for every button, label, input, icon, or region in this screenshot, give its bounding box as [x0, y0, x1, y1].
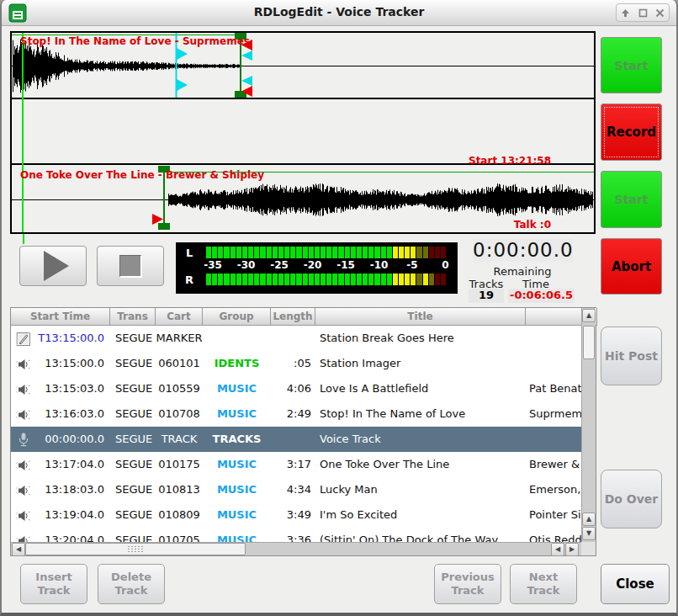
- row-group: MUSIC: [203, 452, 271, 477]
- meter-segment: [441, 247, 446, 258]
- meter-segment: [260, 273, 265, 285]
- meter-segment: [363, 247, 368, 258]
- row-artist: Suprmemes: [526, 401, 582, 427]
- row-artist: [526, 351, 582, 376]
- meter-segment: [273, 247, 278, 258]
- meter-segment: [416, 273, 421, 285]
- meter-segment: [236, 247, 241, 258]
- horizontal-scroll-thumb[interactable]: [25, 543, 246, 555]
- column-header-start-time[interactable]: Start Time: [11, 308, 110, 326]
- meter-segment: [332, 247, 337, 258]
- meter-segment: [435, 247, 440, 258]
- row-length: 3:36: [271, 528, 315, 543]
- column-header-group[interactable]: Group: [203, 308, 271, 326]
- row-cart: 010809: [156, 502, 203, 528]
- insert-track-button[interactable]: InsertTrack: [20, 564, 87, 604]
- maximize-button[interactable]: [634, 4, 652, 21]
- meter-segment: [230, 247, 236, 258]
- meter-segment: [315, 247, 320, 258]
- log-table-row[interactable]: 13:20:04.0 SEGUE 010705 MUSIC 3:36 (Sitt…: [11, 528, 582, 543]
- meter-segment: [326, 273, 331, 285]
- row-transition: SEGUE: [110, 502, 156, 528]
- play-icon: [44, 251, 69, 281]
- next-track-button[interactable]: NextTrack: [510, 564, 577, 604]
- meter-segment: [381, 247, 386, 258]
- row-cart: 010705: [156, 528, 203, 543]
- meter-segment: [218, 273, 223, 285]
- meter-segment: [423, 273, 428, 285]
- stop-button[interactable]: [97, 246, 164, 286]
- meter-segment: [345, 247, 350, 258]
- delete-track-button[interactable]: DeleteTrack: [98, 564, 165, 604]
- row-group: MUSIC: [203, 376, 271, 401]
- row-artist: [526, 427, 582, 452]
- window-controls: [616, 3, 670, 22]
- row-cart: 010708: [156, 401, 203, 427]
- row-start-time: 13:19:04.0: [45, 502, 104, 528]
- column-header-length[interactable]: Length: [271, 308, 315, 326]
- previous-track-button[interactable]: PreviousTrack: [434, 564, 501, 604]
- row-transition: SEGUE: [110, 452, 156, 477]
- column-header-artist[interactable]: [526, 308, 582, 326]
- row-start-time: 13:20:04.0: [45, 528, 104, 543]
- meter-segment: [357, 273, 362, 285]
- meter-segment: [374, 273, 379, 285]
- scroll-right-button[interactable]: ▶: [565, 543, 579, 556]
- abort-button[interactable]: Abort: [601, 238, 662, 295]
- column-header-trans[interactable]: Trans: [110, 308, 156, 326]
- log-table-row[interactable]: 13:16:03.0 SEGUE 010708 MUSIC 2:49 Stop!…: [11, 401, 582, 427]
- row-title: Stop! In The Name of Love: [315, 401, 526, 427]
- meter-tick-label: -25: [262, 259, 296, 271]
- close-window-button[interactable]: [651, 4, 669, 21]
- meter-segment: [290, 247, 295, 258]
- meter-segment: [315, 273, 320, 285]
- log-table-row[interactable]: 13:19:04.0 SEGUE 010809 MUSIC 3:49 I'm S…: [11, 502, 582, 528]
- start-next-button[interactable]: Start: [601, 171, 662, 228]
- scroll-up-button[interactable]: ▲: [582, 309, 596, 322]
- meter-segment: [278, 273, 283, 285]
- waveform-track1: [13, 40, 240, 93]
- do-over-button[interactable]: Do Over: [601, 470, 662, 528]
- shade-button[interactable]: [617, 4, 634, 21]
- play-button[interactable]: [19, 246, 87, 286]
- meter-tick-label: -20: [296, 259, 330, 271]
- meter-segment: [405, 247, 410, 258]
- log-table-row[interactable]: 13:17:04.0 SEGUE 010175 MUSIC 3:17 One T…: [11, 452, 582, 477]
- row-group: MUSIC: [203, 401, 271, 427]
- record-button[interactable]: Record: [601, 104, 662, 161]
- scroll-up-button-bottom[interactable]: ▲: [582, 512, 596, 526]
- meter-segment: [248, 247, 253, 258]
- vertical-scroll-thumb[interactable]: [583, 326, 595, 359]
- titlebar[interactable]: RDLogEdit - Voice Tracker: [2, 0, 676, 26]
- log-table-row[interactable]: 13:15:03.0 SEGUE 010559 MUSIC 4:06 Love …: [11, 376, 582, 401]
- meter-right-bar: [206, 273, 446, 285]
- elapsed-time-display: 0:00:00.0: [473, 239, 573, 262]
- speaker-icon: [16, 356, 31, 371]
- log-table-row[interactable]: 00:00:00.0 SEGUE TRACK TRACKS Voice Trac…: [11, 427, 582, 452]
- meter-segment: [368, 273, 373, 285]
- log-table-row[interactable]: 13:15:00.0 SEGUE 060101 IDENTS :05 Stati…: [11, 351, 582, 376]
- row-cart: 010813: [156, 477, 203, 502]
- voice-tracker-window: RDLogEdit - Voice Tracker: [0, 0, 678, 616]
- start-segue-button[interactable]: Start: [601, 37, 662, 93]
- scroll-down-button[interactable]: ▼: [582, 527, 596, 540]
- column-header-title[interactable]: Title: [315, 308, 526, 326]
- row-start-time: 00:00:00.0: [45, 427, 104, 452]
- meter-segment: [224, 247, 229, 258]
- meter-tick-label: -35: [196, 259, 230, 271]
- waveform-panel[interactable]: Stop! In The Name of Love - Suprmemes St…: [10, 31, 596, 234]
- log-table-row[interactable]: 13:18:03.0 SEGUE 010813 MUSIC 4:34 Lucky…: [11, 477, 582, 502]
- column-header-cart[interactable]: Cart: [156, 308, 203, 326]
- row-group: MUSIC: [203, 477, 271, 502]
- scroll-left-button[interactable]: ◀: [12, 543, 25, 556]
- horizontal-scrollbar[interactable]: ◀ ◀ ▶: [11, 542, 581, 555]
- meter-segment: [423, 247, 428, 258]
- vertical-scrollbar[interactable]: ▲ ▲ ▼: [581, 308, 596, 542]
- log-table-row[interactable]: T13:15:00.0 SEGUE MARKER Station Break G…: [11, 326, 582, 351]
- hit-post-button[interactable]: Hit Post: [601, 327, 662, 385]
- scroll-left-button-right[interactable]: ◀: [551, 543, 564, 556]
- row-title: Lucky Man: [315, 477, 526, 502]
- close-button[interactable]: Close: [601, 564, 670, 604]
- row-artist: Otis Reddin: [526, 528, 582, 543]
- meter-right-label: R: [185, 273, 193, 286]
